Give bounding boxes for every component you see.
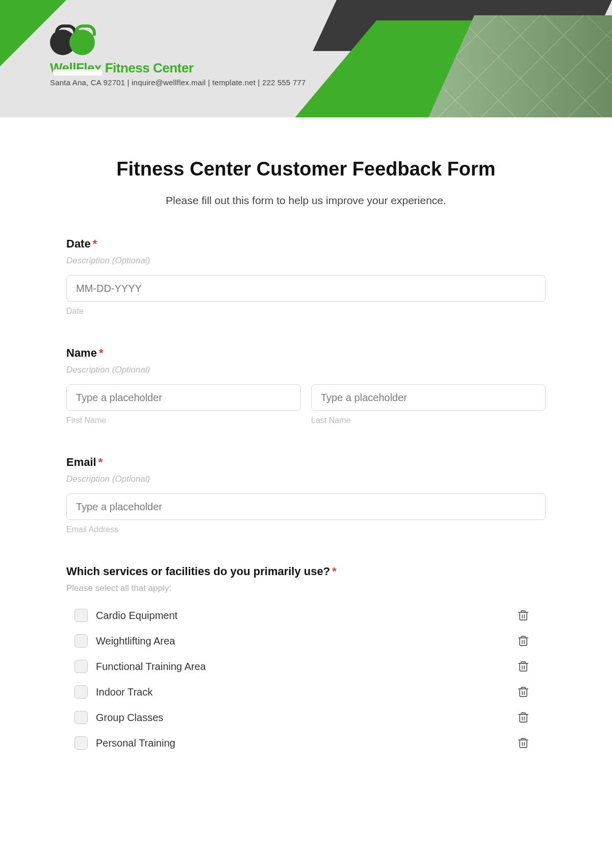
kettlebell-green-icon [69, 30, 95, 55]
trash-icon[interactable] [517, 609, 529, 622]
services-label: Which services or facilities do you prim… [66, 565, 546, 578]
option-label[interactable]: Group Classes [96, 712, 517, 724]
checkbox[interactable] [74, 609, 88, 622]
service-option-row: Cardio Equipment [66, 603, 546, 628]
trash-icon[interactable] [517, 711, 529, 724]
required-mark: * [99, 346, 104, 359]
checkbox[interactable] [74, 685, 88, 699]
name-label: Name* [66, 346, 546, 360]
first-name-input[interactable] [66, 384, 301, 411]
service-option-row: Group Classes [66, 705, 546, 730]
services-options: Cardio EquipmentWeightlifting AreaFuncti… [66, 603, 546, 756]
first-name-sublabel: First Name [66, 416, 301, 425]
name-label-text: Name [66, 346, 97, 359]
option-label[interactable]: Indoor Track [96, 686, 517, 698]
svg-rect-12 [520, 714, 527, 722]
required-mark: * [332, 565, 337, 578]
email-sublabel: Email Address [66, 525, 546, 534]
service-option-row: Weightlifting Area [66, 628, 546, 654]
form-container: Fitness Center Customer Feedback Form Pl… [0, 117, 612, 776]
field-name: Name* Description (Optional) First Name … [66, 346, 546, 425]
svg-rect-15 [520, 740, 527, 748]
logo-mark [50, 30, 306, 55]
email-label-text: Email [66, 456, 96, 468]
svg-rect-6 [520, 663, 527, 671]
email-input[interactable] [66, 493, 546, 520]
services-hint: Please select all that apply: [66, 583, 546, 593]
option-label[interactable]: Cardio Equipment [96, 610, 517, 622]
last-name-input[interactable] [311, 384, 546, 411]
option-label[interactable]: Personal Training [96, 737, 517, 749]
service-option-row: Functional Training Area [66, 654, 546, 679]
trash-icon[interactable] [517, 686, 529, 698]
barbell-icon [53, 69, 102, 76]
date-input[interactable] [66, 275, 546, 302]
trash-icon[interactable] [517, 635, 529, 647]
required-mark: * [93, 237, 97, 250]
brand-contact: Santa Ana, CA 92701 | inquire@wellflex.m… [50, 78, 306, 87]
trash-icon[interactable] [517, 737, 529, 749]
date-sublabel: Date [66, 307, 546, 316]
email-label: Email* [66, 456, 546, 469]
svg-rect-0 [520, 612, 527, 620]
logo-area: WellFlex Fitness Center Santa Ana, CA 92… [50, 30, 306, 87]
field-date: Date* Description (Optional) Date [66, 237, 546, 316]
form-intro: Please fill out this form to help us imp… [66, 194, 546, 207]
field-services: Which services or facilities do you prim… [66, 565, 546, 756]
trash-icon[interactable] [517, 660, 529, 673]
last-name-sublabel: Last Name [311, 416, 546, 425]
option-label[interactable]: Functional Training Area [96, 661, 517, 673]
field-email: Email* Description (Optional) Email Addr… [66, 456, 546, 534]
option-label[interactable]: Weightlifting Area [96, 635, 517, 647]
date-label: Date* [66, 237, 546, 251]
svg-rect-9 [520, 689, 527, 697]
checkbox[interactable] [74, 711, 88, 724]
required-mark: * [98, 456, 103, 468]
form-title: Fitness Center Customer Feedback Form [66, 158, 546, 180]
svg-rect-3 [520, 638, 527, 646]
name-description[interactable]: Description (Optional) [66, 365, 546, 375]
service-option-row: Indoor Track [66, 679, 546, 705]
services-label-text: Which services or facilities do you prim… [66, 565, 330, 578]
checkbox[interactable] [74, 660, 88, 673]
email-description[interactable]: Description (Optional) [66, 474, 546, 484]
checkbox[interactable] [74, 634, 88, 648]
header-banner: WellFlex Fitness Center Santa Ana, CA 92… [0, 0, 612, 117]
service-option-row: Personal Training [66, 730, 546, 756]
date-description[interactable]: Description (Optional) [66, 256, 546, 266]
checkbox[interactable] [74, 736, 88, 750]
date-label-text: Date [66, 237, 91, 250]
